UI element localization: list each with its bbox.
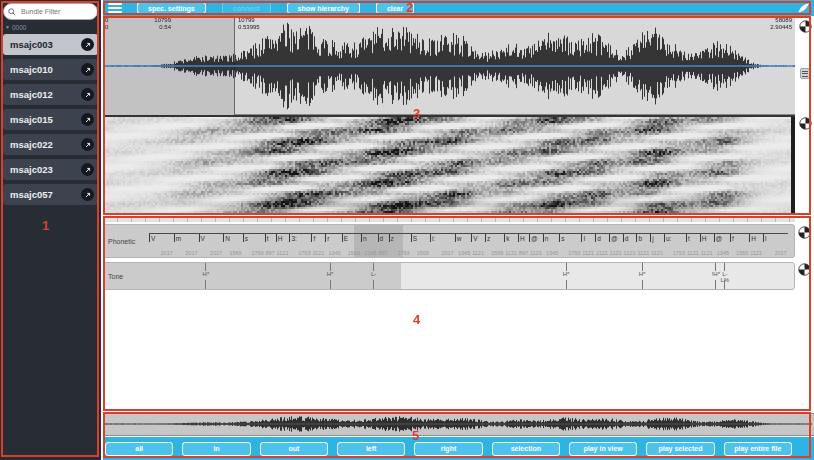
segment-label: S [413,235,417,242]
topbar-button-clear[interactable]: clear [376,2,414,14]
phonetic-segment[interactable]: N1569 [223,233,242,257]
bundle-open-icon[interactable] [81,38,94,51]
segment-duration: 1793 [673,250,685,256]
phonetic-tier-menu-icon[interactable] [798,226,811,239]
spectro-track-menu-icon[interactable] [799,117,812,130]
bottom-button-in[interactable]: in [182,442,250,456]
minimap-canvas[interactable] [103,414,812,435]
phonetic-segment[interactable]: @1121 [609,233,623,257]
bundle-open-icon[interactable] [81,63,94,76]
bundle-open-icon[interactable] [81,113,94,126]
phonetic-segment[interactable]: 3:1793 [289,233,311,257]
osci-track-menu-icon[interactable] [799,20,812,33]
bundle-item-msajc012[interactable]: msajc012 [3,84,98,105]
phonetic-segment[interactable]: s1793 [559,233,581,257]
segment-label: V [201,235,205,242]
phonetic-segment[interactable]: @1345 [714,233,731,257]
bundle-open-icon[interactable] [81,88,94,101]
phonetic-segment[interactable]: @1121 [529,233,543,257]
segment-label: d [625,235,629,242]
bottom-button-right[interactable]: right [414,442,482,456]
view-end-label: 580892.90445 [770,17,792,31]
bundle-item-msajc022[interactable]: msajc022 [3,134,98,155]
phonetic-segment[interactable]: E1569 [342,233,361,257]
segment-duration: 2017 [161,250,173,256]
bundle-open-icon[interactable] [81,138,94,151]
phonetic-segment[interactable]: t897 [265,233,276,257]
tone-event[interactable]: L-L% [720,263,729,289]
oscillogram-canvas[interactable] [103,16,795,115]
track-resize-handle[interactable] [800,68,810,79]
tone-event[interactable]: H* [201,263,210,289]
phonetic-segment[interactable]: s1793 [243,233,265,257]
session-header[interactable]: ▼ 0000 [5,24,98,31]
bundle-item-msajc057[interactable]: msajc057 [3,184,98,205]
menu-icon[interactable] [107,2,123,14]
phonetic-segment[interactable]: H1121 [276,233,290,257]
phonetic-segment[interactable]: b1121 [636,233,650,257]
tone-event[interactable]: L- [369,263,378,289]
phonetic-segment[interactable]: H897 [518,233,529,257]
phonetic-segment[interactable]: n1345 [361,233,378,257]
bundle-item-msajc015[interactable]: msajc015 [3,109,98,130]
phonetic-segment[interactable]: m2017 [174,233,199,257]
phonetic-segment[interactable]: w1345 [455,233,472,257]
topbar-button-show-hierarchy[interactable]: show hierarchy [287,2,360,14]
phonetic-segment[interactable]: S1569 [411,233,430,257]
segment-label: H [702,235,707,242]
bundle-open-icon[interactable] [81,188,94,201]
phonetic-segment[interactable]: d1121 [595,233,609,257]
phonetic-segment[interactable]: r1345 [325,233,342,257]
phonetic-segment[interactable]: V1121 [471,233,485,257]
bundle-item-msajc010[interactable]: msajc010 [3,59,98,80]
segment-duration: 1345 [458,250,470,256]
spectrogram-track[interactable] [103,115,795,215]
tone-event[interactable]: H* [638,263,647,289]
spectrogram-canvas[interactable] [103,117,795,214]
bottom-button-play-in-view[interactable]: play in view [569,442,637,456]
phonetic-segment[interactable]: H1121 [749,233,763,257]
bottom-button-left[interactable]: left [337,442,405,456]
segment-label: V [151,235,155,242]
overview-minimap[interactable] [103,413,814,436]
bundle-open-icon[interactable] [81,163,94,176]
tone-event[interactable]: H* [326,263,335,289]
bottom-button-play-entire-file[interactable]: play entire file [724,442,792,456]
topbar-button-connect[interactable]: connect [222,2,271,14]
phonetic-segment[interactable]: i:2017 [430,233,455,257]
tone-event[interactable]: H* [562,263,571,289]
tone-event[interactable]: !H* [711,263,720,289]
phonetic-segment[interactable]: z1569 [485,233,504,257]
phonetic-segment[interactable]: l2017 [763,233,788,257]
phonetic-tier[interactable]: Phonetic V2017m2017V2017N1569s1793t897H1… [103,224,795,258]
phonetic-segment[interactable]: f1569 [730,233,749,257]
bottom-button-selection[interactable]: selection [492,442,560,456]
phonetic-segment[interactable]: V2017 [149,233,174,257]
phonetic-segment[interactable]: u:1793 [664,233,686,257]
tone-tier-menu-icon[interactable] [798,263,811,276]
oscillogram-track[interactable]: 00 107990.54 107990.53995 580892.90445 [103,16,795,115]
bottom-button-play-selected[interactable]: play selected [646,442,714,456]
phonetic-segment[interactable]: f1121 [311,233,325,257]
phonetic-segment[interactable]: t1121 [686,233,700,257]
bottom-button-out[interactable]: out [260,442,328,456]
phonetic-segment[interactable]: d897 [378,233,389,257]
tone-tier[interactable]: Tone H*H*L-H*H*!H*L-L% [103,262,795,290]
tone-events: H*H*L-H*H*!H*L-L% [104,263,794,289]
bottom-button-all[interactable]: all [105,442,173,456]
segment-label: b [638,235,642,242]
segment-label: f [313,235,315,242]
phonetic-segment[interactable]: z1793 [389,233,411,257]
bundle-item-msajc003[interactable]: msajc003 [3,34,98,55]
phonetic-segment[interactable]: I1121 [581,233,595,257]
phonetic-segment[interactable]: j1121 [650,233,664,257]
phonetic-segment[interactable]: k1121 [504,233,518,257]
bundle-filter-box[interactable] [3,3,98,20]
phonetic-segment[interactable]: d1121 [623,233,637,257]
phonetic-segment[interactable]: n1345 [543,233,560,257]
phonetic-segment[interactable]: V2017 [199,233,224,257]
bundle-filter-input[interactable] [19,7,89,16]
bundle-item-msajc023[interactable]: msajc023 [3,159,98,180]
phonetic-segment[interactable]: H1121 [700,233,714,257]
topbar-button-spec-settings[interactable]: spec. settings [137,2,206,14]
